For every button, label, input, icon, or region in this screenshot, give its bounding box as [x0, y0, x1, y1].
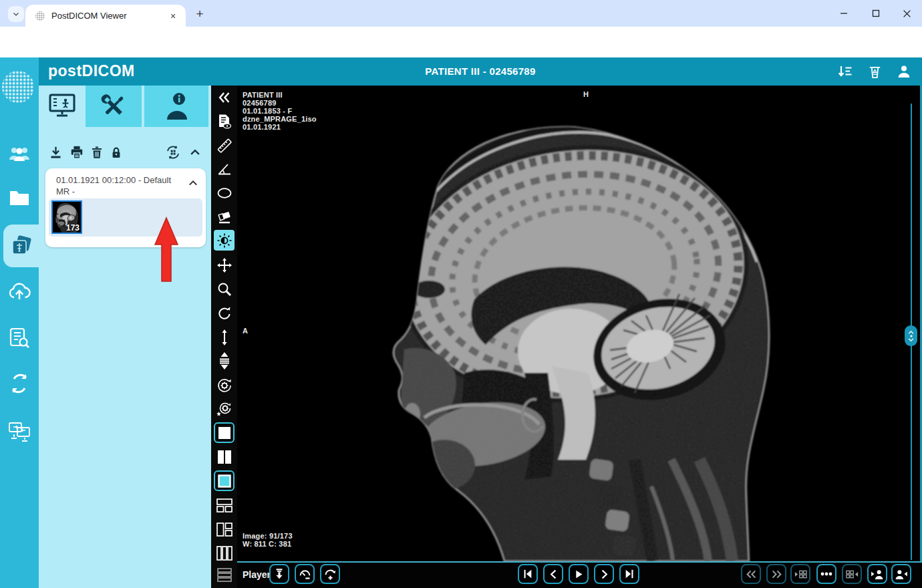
tool-auto-gear-flash[interactable]	[214, 398, 235, 419]
account-button[interactable]	[895, 63, 913, 80]
previous-image-button[interactable]	[543, 564, 563, 584]
sidebar-item-image-viewer[interactable]	[3, 225, 39, 267]
fast-forward-button[interactable]	[766, 564, 786, 584]
thumbnail-image-count: 173	[66, 223, 80, 233]
series-card[interactable]: 01.01.1921 00:12:00 - Default MR - 173	[45, 168, 206, 247]
tool-ruler[interactable]	[214, 135, 235, 156]
tool-collapse[interactable]	[214, 87, 235, 108]
maximize-icon	[872, 9, 880, 17]
tool-eraser[interactable]	[214, 206, 235, 227]
gear-rotate-flash-icon	[216, 401, 233, 417]
previous-layout-button[interactable]	[790, 564, 810, 584]
cine-direction-button[interactable]	[269, 564, 289, 584]
window-minimize-button[interactable]	[828, 0, 859, 27]
download-icon	[49, 146, 63, 160]
next-layout-button[interactable]	[842, 564, 862, 584]
play-icon	[574, 569, 584, 579]
person-previous-icon	[871, 569, 884, 579]
play-button[interactable]	[569, 564, 589, 584]
layout-left-tall-icon	[216, 523, 233, 537]
browser-tab[interactable]: PostDICOM Viewer ×	[25, 5, 186, 27]
sidebar-item-order-search[interactable]	[0, 319, 39, 357]
image-scroll-thumb[interactable]	[905, 325, 917, 346]
tab-patient-info[interactable]	[144, 86, 208, 127]
more-options-button[interactable]	[816, 564, 836, 584]
series-title: 01.01.1921 00:12:00 - Default	[56, 174, 187, 186]
tools-icon	[99, 92, 128, 121]
screen-share-icon	[8, 422, 31, 442]
layout-3-rows-button[interactable]	[214, 564, 235, 585]
previous-patient-button[interactable]	[867, 564, 887, 584]
speed-down-button[interactable]	[295, 564, 315, 584]
tool-window-level[interactable]	[214, 230, 235, 251]
dot-icon	[910, 335, 913, 337]
tool-auto-gear[interactable]	[214, 375, 235, 396]
first-image-button[interactable]	[518, 564, 538, 584]
overlay-series-description: dzne_MPRAGE_1iso	[243, 115, 317, 123]
layout-1x2-button[interactable]	[214, 446, 235, 467]
active-viewport-button[interactable]	[214, 470, 235, 491]
report-view-icon	[216, 114, 233, 130]
window-maximize-button[interactable]	[861, 0, 891, 27]
tool-report[interactable]	[214, 111, 235, 132]
tool-zoom[interactable]	[214, 279, 235, 299]
tab-search-button[interactable]	[8, 6, 24, 22]
series-collapse-button[interactable]	[187, 177, 199, 189]
tool-cine-stack[interactable]	[214, 350, 235, 371]
collapse-panel-button[interactable]	[186, 144, 204, 161]
print-button[interactable]	[68, 144, 86, 161]
tool-scroll[interactable]	[214, 327, 235, 347]
tool-ellipse[interactable]	[214, 182, 235, 203]
layout-left-tall-button[interactable]	[214, 519, 235, 540]
list-search-icon	[9, 327, 30, 349]
brightness-icon	[216, 233, 233, 249]
lock-button[interactable]	[108, 144, 125, 161]
series-thumbnail[interactable]: 173	[51, 200, 82, 234]
next-image-button[interactable]	[594, 564, 614, 584]
chevron-down-icon	[908, 338, 914, 341]
tab-tools[interactable]	[86, 86, 142, 127]
fast-backward-button[interactable]	[741, 564, 761, 584]
last-image-button[interactable]	[619, 564, 639, 584]
browser-tab-strip: PostDICOM Viewer × +	[0, 0, 922, 27]
tab-viewer-layout[interactable]	[41, 86, 83, 127]
download-button[interactable]	[47, 144, 64, 161]
refresh-layout-button[interactable]	[164, 144, 182, 161]
tool-angle[interactable]	[214, 158, 235, 179]
layout-3-cols-button[interactable]	[214, 543, 235, 563]
sidebar-item-upload[interactable]	[0, 273, 39, 310]
layout-top-wide-button[interactable]	[214, 495, 235, 516]
layout-3-cols-icon	[216, 546, 233, 561]
overlay-patient-name: PATIENT III	[243, 91, 317, 99]
sidebar-item-screen-share[interactable]	[0, 413, 39, 450]
window-close-button[interactable]	[891, 0, 922, 27]
player-bar: Player	[237, 563, 922, 588]
tool-rotate[interactable]	[214, 303, 235, 323]
delete-button[interactable]	[88, 144, 106, 161]
app-logo: postDICOM	[48, 62, 135, 80]
new-tab-button[interactable]: +	[191, 5, 208, 23]
rotate-icon	[216, 305, 233, 321]
sidebar-item-folders[interactable]	[0, 179, 39, 216]
tool-pan[interactable]	[214, 255, 235, 275]
double-chevron-left-icon	[217, 90, 232, 105]
next-patient-button[interactable]	[891, 564, 911, 584]
speed-up-button[interactable]	[320, 564, 340, 584]
red-arrow-annotation	[154, 216, 179, 283]
user-icon	[896, 63, 912, 80]
patient-overlay: PATIENT III 02456789 01.01.1853 - F dzne…	[243, 91, 317, 131]
sidebar-item-sync[interactable]	[0, 365, 39, 402]
layout-1x1-button[interactable]	[214, 422, 235, 443]
sidebar-item-patients[interactable]	[0, 135, 39, 172]
lock-icon	[110, 146, 123, 160]
sort-button[interactable]	[836, 63, 854, 80]
recycle-bin-button[interactable]	[866, 63, 883, 80]
app-header: postDICOM PATIENT III - 02456789	[39, 57, 922, 86]
mri-sagittal-image	[237, 86, 920, 561]
tab-close-button[interactable]: ×	[167, 10, 179, 22]
image-viewport[interactable]: PATIENT III 02456789 01.01.1853 - F dzne…	[237, 86, 920, 561]
chevron-up-icon	[187, 177, 199, 189]
series-modality: MR -	[56, 186, 187, 197]
refresh-grid-icon	[165, 144, 181, 160]
grid-left-arrow-icon	[794, 569, 807, 579]
